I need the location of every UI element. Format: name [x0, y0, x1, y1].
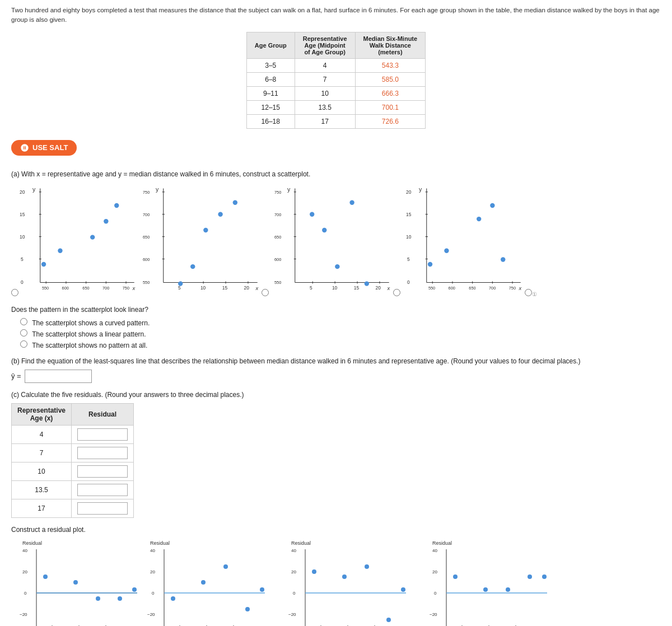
scatter4-point-4 [490, 203, 494, 207]
svg-text:15: 15 [354, 285, 360, 291]
residual-plot-1: Residual 40 20 0 −20 5 10 15 x [20, 538, 143, 627]
svg-text:750: 750 [274, 189, 281, 194]
residual-plot-2: Residual 40 20 0 −20 5 10 15 x [147, 538, 270, 627]
svg-text:Residual: Residual [432, 540, 452, 546]
svg-text:20: 20 [22, 569, 27, 574]
residual-table-row: 4 [12, 425, 134, 443]
part-a-radio-curved[interactable] [20, 318, 27, 325]
equation-input[interactable] [25, 370, 92, 383]
scatter4-point-1 [428, 261, 432, 266]
svg-text:650: 650 [82, 286, 89, 291]
part-b-section: (b) Find the equation of the least-squar… [11, 357, 661, 383]
svg-point-105 [73, 580, 78, 585]
construct-label: Construct a residual plot. [11, 526, 661, 534]
residual-input-4[interactable] [77, 428, 128, 441]
svg-point-164 [453, 574, 458, 579]
svg-point-168 [542, 574, 547, 579]
scatter-radio-4[interactable] [525, 289, 532, 296]
svg-text:10: 10 [20, 233, 25, 239]
scatter3-point-5 [365, 281, 369, 286]
scatter3-point-1 [310, 212, 314, 216]
scatter-radio-1[interactable] [11, 289, 18, 296]
part-a-option-1[interactable]: The scatterplot shows a curved pattern. [20, 318, 661, 327]
part-a-radio-none[interactable] [20, 340, 27, 348]
svg-point-145 [342, 574, 347, 579]
svg-text:x: x [519, 285, 522, 291]
scatter-plot-1: y x 0 5 10 15 20 550 600 650 700 750 [20, 183, 137, 300]
part-a-option-3[interactable]: The scatterplot shows no pattern at all. [20, 340, 661, 349]
use-salt-button[interactable]: USE SALT [11, 140, 77, 156]
part-a-label: (a) With x = representative age and y = … [11, 170, 661, 178]
scatter4-point-5 [501, 257, 505, 261]
svg-text:550: 550 [428, 286, 435, 291]
svg-point-165 [483, 587, 488, 592]
svg-text:10: 10 [200, 285, 206, 291]
residual-input-13.5[interactable] [77, 484, 128, 496]
svg-text:600: 600 [449, 286, 455, 291]
scatter-radio-3[interactable] [393, 289, 400, 296]
data-table: Age Group RepresentativeAge (Midpointof … [246, 32, 426, 129]
residual-plot-4: Residual 40 20 0 −20 5 10 15 x [430, 538, 553, 627]
residual-table-row: 10 [12, 462, 134, 480]
svg-text:5: 5 [310, 285, 312, 291]
scatter-plots-row: y x 0 5 10 15 20 550 600 650 700 750 [11, 183, 661, 300]
svg-text:40: 40 [22, 548, 27, 553]
svg-text:600: 600 [274, 256, 281, 261]
svg-text:750: 750 [123, 286, 129, 291]
scatter1-point-3 [90, 235, 95, 239]
svg-text:−20: −20 [288, 612, 296, 617]
svg-text:Residual: Residual [22, 540, 42, 546]
svg-text:750: 750 [143, 189, 150, 194]
radio-plot1 [11, 289, 18, 298]
svg-text:650: 650 [469, 286, 475, 291]
svg-text:15: 15 [222, 285, 228, 291]
table-row: 12–1513.5700.1 [246, 100, 425, 114]
residual-input-10[interactable] [77, 465, 128, 478]
svg-text:20: 20 [20, 189, 25, 194]
part-a-section: (a) With x = representative age and y = … [11, 170, 661, 349]
svg-text:Residual: Residual [291, 540, 311, 546]
svg-text:750: 750 [509, 286, 516, 291]
scatter4-point-3 [444, 248, 449, 253]
svg-text:550: 550 [42, 286, 49, 291]
scatter2-point-5 [233, 200, 237, 204]
part-a-radio-linear[interactable] [20, 329, 27, 337]
residual-table-row: 13.5 [12, 480, 134, 499]
svg-point-126 [223, 564, 228, 569]
col-header-distance: Median Six-MinuteWalk Distance(meters) [355, 32, 426, 58]
svg-text:5: 5 [21, 256, 24, 261]
svg-text:700: 700 [143, 212, 150, 217]
equation-row: ŷ = [11, 370, 661, 383]
residual-input-7[interactable] [77, 447, 128, 459]
svg-text:10: 10 [332, 285, 338, 291]
svg-point-148 [401, 587, 405, 592]
svg-text:20: 20 [432, 569, 437, 574]
scatter2-point-3 [203, 227, 208, 232]
residual-table-row: 17 [12, 499, 134, 517]
scatter-radio-2[interactable] [262, 289, 269, 296]
svg-text:x: x [387, 285, 390, 291]
svg-point-146 [365, 564, 369, 569]
scatter2-point-4 [218, 212, 222, 216]
scatter2-point-1 [178, 281, 183, 286]
svg-text:x: x [255, 285, 259, 291]
scatter3-point-2 [322, 227, 326, 232]
svg-text:550: 550 [274, 279, 281, 284]
svg-point-108 [132, 587, 137, 592]
svg-text:10: 10 [406, 233, 412, 239]
svg-point-166 [506, 587, 510, 592]
svg-point-107 [118, 596, 122, 601]
svg-text:650: 650 [274, 234, 281, 239]
part-a-option-2[interactable]: The scatterplot shows a linear pattern. [20, 329, 661, 338]
svg-text:y: y [156, 185, 159, 192]
svg-text:15: 15 [20, 211, 25, 217]
part-a-linear-question: Does the pattern in the scatterplot look… [11, 306, 661, 314]
residual-input-17[interactable] [77, 502, 128, 515]
residual-input-table: RepresentativeAge (x) Residual 471013.51… [11, 403, 134, 518]
residual-col-residual: Residual [72, 403, 134, 425]
svg-text:20: 20 [150, 569, 155, 574]
svg-text:y: y [419, 185, 422, 192]
part-b-label: (b) Find the equation of the least-squar… [11, 357, 661, 365]
scatter-plot-2: y x 550 600 650 700 750 5 10 15 20 [143, 183, 260, 300]
svg-text:700: 700 [274, 212, 281, 217]
